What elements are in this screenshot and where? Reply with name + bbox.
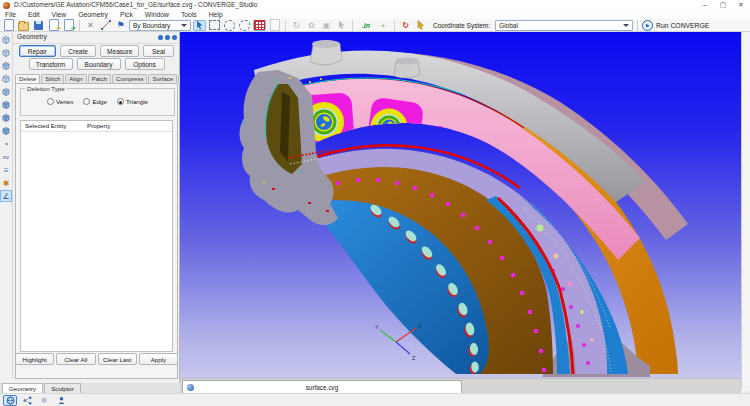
select-cursor-icon[interactable]: [193, 20, 206, 31]
units-in-icon[interactable]: .in: [357, 20, 375, 31]
globe-icon: [187, 384, 194, 391]
dock-pin-icon[interactable]: [165, 35, 170, 40]
clear-all-button[interactable]: Clear All: [56, 353, 95, 365]
export-file-icon[interactable]: ➜: [62, 20, 75, 31]
new-file-icon[interactable]: [2, 20, 15, 31]
viewport-tab-bar: surface.cvg: [180, 378, 741, 393]
stop-icon[interactable]: ▪: [377, 20, 390, 31]
menu-window[interactable]: Window: [140, 10, 174, 19]
coordinate-system-dropdown[interactable]: Global: [495, 20, 633, 31]
dock-float-icon[interactable]: [158, 35, 163, 40]
tab-compress[interactable]: Compress: [112, 74, 147, 83]
import-file-icon[interactable]: ➜: [47, 20, 60, 31]
highlight-button[interactable]: Highlight: [15, 353, 54, 365]
menu-bar: File Edit View Geometry Pick Window Tool…: [0, 10, 750, 19]
apply-button[interactable]: Apply: [139, 353, 178, 365]
globe-mode-icon[interactable]: [3, 395, 17, 406]
pointer-yellow-icon[interactable]: [414, 20, 427, 31]
share-nodes-icon[interactable]: [20, 395, 34, 406]
menu-file[interactable]: File: [0, 10, 21, 19]
view-cube-5-icon[interactable]: [0, 86, 12, 98]
menu-geometry[interactable]: Geometry: [73, 10, 113, 19]
rect-select-icon[interactable]: [208, 20, 221, 31]
selection-mode-dropdown[interactable]: By Boundary: [129, 20, 191, 31]
pick-tool-icon[interactable]: [335, 20, 348, 31]
radio-vertex[interactable]: Vertex: [47, 98, 74, 105]
save-icon[interactable]: [32, 20, 45, 31]
viewport-tab-surface-cvg[interactable]: surface.cvg: [182, 380, 462, 394]
deletion-type-label: Deletion Type: [25, 85, 67, 92]
deletion-type-groupbox: Deletion Type Vertex Edge Triangle: [20, 88, 175, 116]
tab-surface[interactable]: Surface: [148, 74, 177, 83]
maximize-button[interactable]: ▢: [716, 0, 730, 10]
menu-view[interactable]: View: [47, 10, 72, 19]
effects-view-icon[interactable]: ✱: [0, 177, 12, 189]
menu-pick[interactable]: Pick: [115, 10, 138, 19]
box-tool-icon[interactable]: ▣: [320, 20, 333, 31]
view-cube-2-icon[interactable]: [0, 47, 12, 59]
coordinate-system-value: Global: [499, 22, 518, 29]
radio-circle-icon: [83, 98, 90, 105]
person-pin-icon[interactable]: [54, 395, 68, 406]
minimize-button[interactable]: –: [698, 0, 712, 10]
viewport-scrollbar[interactable]: [741, 32, 750, 390]
view-cube-1-icon[interactable]: [0, 34, 12, 46]
spline-tool-icon[interactable]: ∾: [0, 151, 12, 163]
dock-close-icon[interactable]: [172, 35, 177, 40]
boundary-flag-icon[interactable]: ⚑: [114, 20, 127, 31]
seal-button[interactable]: Seal: [143, 45, 174, 57]
grid-select-icon[interactable]: [253, 20, 266, 31]
snowflake-icon[interactable]: ✱: [37, 395, 51, 406]
transform-button[interactable]: Transform: [29, 58, 73, 70]
view-cube-7-icon[interactable]: [0, 112, 12, 124]
viewport-3d[interactable]: Y X Z: [180, 32, 741, 378]
tab-align[interactable]: Align: [65, 74, 86, 83]
menu-help[interactable]: Help: [204, 10, 228, 19]
refresh-case-icon[interactable]: ↻: [399, 20, 412, 31]
view-cube-8-icon[interactable]: [0, 125, 12, 137]
status-bar: ✱: [0, 393, 750, 406]
axis-x-label: X: [418, 323, 422, 329]
clock-view-icon[interactable]: ◔: [0, 138, 12, 150]
list-view-icon[interactable]: ≡: [0, 164, 12, 176]
main-toolbar: ➜ ➜ × ⚑ By Boundary ↻ ✿ ▣ .in ▪ ↻ Coordi…: [0, 19, 750, 32]
model-surface-cvg[interactable]: [180, 32, 741, 378]
axis-triad: Y X Z: [372, 320, 424, 362]
rotate-tool-icon[interactable]: ↻: [290, 20, 303, 31]
view-cube-4-icon[interactable]: [0, 73, 12, 85]
radio-triangle[interactable]: Triangle: [117, 98, 148, 105]
effects-tool-icon[interactable]: ✿: [305, 20, 318, 31]
selected-entity-table[interactable]: Selected Entity Property: [20, 120, 173, 352]
column-selected-entity: Selected Entity: [25, 122, 66, 129]
view-cube-3-icon[interactable]: [0, 60, 12, 72]
options-button[interactable]: Options: [125, 58, 165, 70]
tab-patch[interactable]: Patch: [88, 74, 111, 83]
circle-select-icon[interactable]: [223, 20, 236, 31]
chevron-down-icon: [623, 24, 629, 27]
menu-edit[interactable]: Edit: [23, 10, 45, 19]
line-tool-icon[interactable]: [99, 20, 112, 31]
geometry-panel-title: Geometry: [17, 33, 47, 40]
page-tool-icon[interactable]: [268, 20, 281, 31]
clear-last-button[interactable]: Clear Last: [98, 353, 137, 365]
dock-tab-bar: Geometry Sculptor: [0, 383, 180, 393]
axes-tool-icon[interactable]: ∠: [0, 190, 12, 202]
menu-tools[interactable]: Tools: [176, 10, 202, 19]
dock-tab-sculptor[interactable]: Sculptor: [44, 383, 81, 393]
measure-button[interactable]: Measure: [100, 45, 139, 57]
open-folder-icon[interactable]: [17, 20, 30, 31]
delete-x-icon[interactable]: ×: [84, 20, 97, 31]
dock-tab-geometry[interactable]: Geometry: [2, 383, 43, 393]
close-button[interactable]: ✕: [734, 0, 748, 10]
axis-y-label: Y: [375, 324, 379, 330]
geometry-panel-header: Geometry: [13, 32, 179, 44]
tab-stitch[interactable]: Stitch: [41, 74, 64, 83]
lasso-select-icon[interactable]: [238, 20, 251, 31]
run-converge-button[interactable]: ▶ Run CONVERGE: [642, 20, 709, 31]
column-property: Property: [87, 122, 110, 129]
radio-edge[interactable]: Edge: [83, 98, 106, 105]
create-button[interactable]: Create: [60, 45, 97, 57]
view-cube-6-icon[interactable]: [0, 99, 12, 111]
boundary-button[interactable]: Boundary: [77, 58, 121, 70]
repair-button[interactable]: Repair: [19, 45, 56, 57]
